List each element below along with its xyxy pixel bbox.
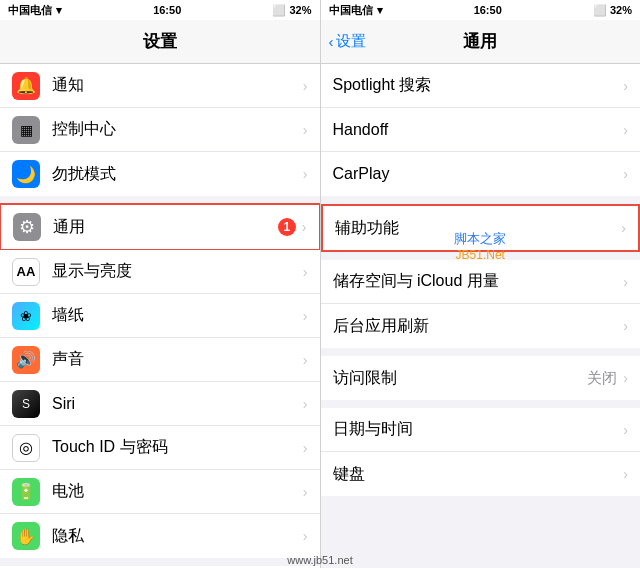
settings-item-general[interactable]: ⚙ 通用 1 › xyxy=(1,205,319,249)
display-chevron-icon: › xyxy=(303,264,308,280)
left-carrier: 中国电信 xyxy=(8,3,52,18)
left-panel: 🔔 通知 › ▦ 控制中心 › 🌙 勿扰模式 › ⚙ 通用 1 xyxy=(0,64,320,568)
dnd-icon: 🌙 xyxy=(12,160,40,188)
right-time: 16:50 xyxy=(474,4,502,16)
right-panel: Spotlight 搜索 › Handoff › CarPlay › 辅助功能 … xyxy=(320,64,641,568)
touchid-label: Touch ID 与密码 xyxy=(52,437,303,458)
settings-item-display[interactable]: AA 显示与亮度 › xyxy=(0,250,320,294)
left-nav-bar: 设置 xyxy=(0,20,320,64)
carplay-chevron-icon: › xyxy=(623,166,628,182)
right-item-datetime[interactable]: 日期与时间 › xyxy=(321,408,641,452)
general-badge: 1 xyxy=(278,218,296,236)
right-item-keyboard[interactable]: 键盘 › xyxy=(321,452,641,496)
wallpaper-icon: ❀ xyxy=(12,302,40,330)
battery-label: 电池 xyxy=(52,481,303,502)
dnd-chevron-icon: › xyxy=(303,166,308,182)
spotlight-chevron-icon: › xyxy=(623,78,628,94)
right-status-bar: 中国电信 ▾ 16:50 ⬜ 32% xyxy=(321,0,641,20)
settings-item-dnd[interactable]: 🌙 勿扰模式 › xyxy=(0,152,320,196)
main-content: 🔔 通知 › ▦ 控制中心 › 🌙 勿扰模式 › ⚙ 通用 1 xyxy=(0,64,640,568)
right-item-handoff[interactable]: Handoff › xyxy=(321,108,641,152)
right-status-right: ⬜ 32% xyxy=(593,4,632,17)
accessibility-chevron-icon: › xyxy=(621,220,626,236)
general-label: 通用 xyxy=(53,217,278,238)
control-center-label: 控制中心 xyxy=(52,119,303,140)
privacy-label: 隐私 xyxy=(52,526,303,547)
status-bars: 中国电信 ▾ 16:50 ⬜ 32% 中国电信 ▾ 16:50 ⬜ 32% xyxy=(0,0,640,20)
touchid-icon: ◎ xyxy=(12,434,40,462)
storage-label: 储存空间与 iCloud 用量 xyxy=(333,271,624,292)
left-time: 16:50 xyxy=(153,4,181,16)
wallpaper-chevron-icon: › xyxy=(303,308,308,324)
siri-label: Siri xyxy=(52,395,303,413)
notification-icon: 🔔 xyxy=(12,72,40,100)
settings-item-battery[interactable]: 🔋 电池 › xyxy=(0,470,320,514)
settings-item-notification[interactable]: 🔔 通知 › xyxy=(0,64,320,108)
settings-item-privacy[interactable]: ✋ 隐私 › xyxy=(0,514,320,558)
left-nav-title: 设置 xyxy=(143,30,177,53)
sound-icon: 🔊 xyxy=(12,346,40,374)
left-status-bar: 中国电信 ▾ 16:50 ⬜ 32% xyxy=(0,0,320,20)
left-status-left: 中国电信 ▾ xyxy=(8,3,62,18)
right-item-spotlight[interactable]: Spotlight 搜索 › xyxy=(321,64,641,108)
right-item-background[interactable]: 后台应用刷新 › xyxy=(321,304,641,348)
back-label: 设置 xyxy=(336,32,366,51)
carplay-label: CarPlay xyxy=(333,165,624,183)
control-center-icon: ▦ xyxy=(12,116,40,144)
right-carrier: 中国电信 xyxy=(329,3,373,18)
right-item-accessibility[interactable]: 辅助功能 › xyxy=(323,206,639,250)
settings-item-sound[interactable]: 🔊 声音 › xyxy=(0,338,320,382)
sound-label: 声音 xyxy=(52,349,303,370)
right-item-carplay[interactable]: CarPlay › xyxy=(321,152,641,196)
left-status-right: ⬜ 32% xyxy=(272,4,311,17)
left-battery: ⬜ 32% xyxy=(272,4,311,17)
battery-icon: 🔋 xyxy=(12,478,40,506)
right-nav-bar: ‹ 设置 通用 xyxy=(321,20,641,64)
spotlight-label: Spotlight 搜索 xyxy=(333,75,624,96)
back-chevron-icon: ‹ xyxy=(329,33,334,50)
settings-item-siri[interactable]: S Siri › xyxy=(0,382,320,426)
settings-item-control-center[interactable]: ▦ 控制中心 › xyxy=(0,108,320,152)
siri-icon: S xyxy=(12,390,40,418)
right-group-4: 访问限制 关闭 › xyxy=(321,356,641,400)
battery-chevron-icon: › xyxy=(303,484,308,500)
wallpaper-label: 墙纸 xyxy=(52,305,303,326)
general-chevron-icon: › xyxy=(302,219,307,235)
storage-chevron-icon: › xyxy=(623,274,628,290)
left-settings-group-2: AA 显示与亮度 › ❀ 墙纸 › 🔊 声音 › S Siri › xyxy=(0,250,320,558)
keyboard-chevron-icon: › xyxy=(623,466,628,482)
right-wifi-icon: ▾ xyxy=(377,4,383,17)
accessibility-label: 辅助功能 xyxy=(335,218,622,239)
settings-item-general-highlighted[interactable]: ⚙ 通用 1 › xyxy=(0,203,320,251)
datetime-chevron-icon: › xyxy=(623,422,628,438)
handoff-label: Handoff xyxy=(333,121,624,139)
restrictions-value: 关闭 xyxy=(587,369,617,388)
touchid-chevron-icon: › xyxy=(303,440,308,456)
left-wifi-icon: ▾ xyxy=(56,4,62,17)
right-group-1: Spotlight 搜索 › Handoff › CarPlay › xyxy=(321,64,641,196)
left-settings-group-1: 🔔 通知 › ▦ 控制中心 › 🌙 勿扰模式 › xyxy=(0,64,320,196)
right-group-3: 储存空间与 iCloud 用量 › 后台应用刷新 › xyxy=(321,260,641,348)
dnd-label: 勿扰模式 xyxy=(52,164,303,185)
back-button[interactable]: ‹ 设置 xyxy=(329,32,366,51)
notification-chevron-icon: › xyxy=(303,78,308,94)
right-battery: ⬜ 32% xyxy=(593,4,632,17)
right-group-accessibility-highlighted[interactable]: 辅助功能 › xyxy=(321,204,641,252)
right-item-restrictions[interactable]: 访问限制 关闭 › xyxy=(321,356,641,400)
right-status-left: 中国电信 ▾ xyxy=(329,3,383,18)
settings-item-touchid[interactable]: ◎ Touch ID 与密码 › xyxy=(0,426,320,470)
background-chevron-icon: › xyxy=(623,318,628,334)
restrictions-chevron-icon: › xyxy=(623,370,628,386)
settings-item-wallpaper[interactable]: ❀ 墙纸 › xyxy=(0,294,320,338)
sound-chevron-icon: › xyxy=(303,352,308,368)
right-group-5: 日期与时间 › 键盘 › xyxy=(321,408,641,496)
background-label: 后台应用刷新 xyxy=(333,316,624,337)
privacy-chevron-icon: › xyxy=(303,528,308,544)
control-center-chevron-icon: › xyxy=(303,122,308,138)
right-item-storage[interactable]: 储存空间与 iCloud 用量 › xyxy=(321,260,641,304)
display-icon: AA xyxy=(12,258,40,286)
datetime-label: 日期与时间 xyxy=(333,419,624,440)
nav-bars: 设置 ‹ 设置 通用 xyxy=(0,20,640,64)
siri-chevron-icon: › xyxy=(303,396,308,412)
right-nav-title: 通用 xyxy=(463,30,497,53)
